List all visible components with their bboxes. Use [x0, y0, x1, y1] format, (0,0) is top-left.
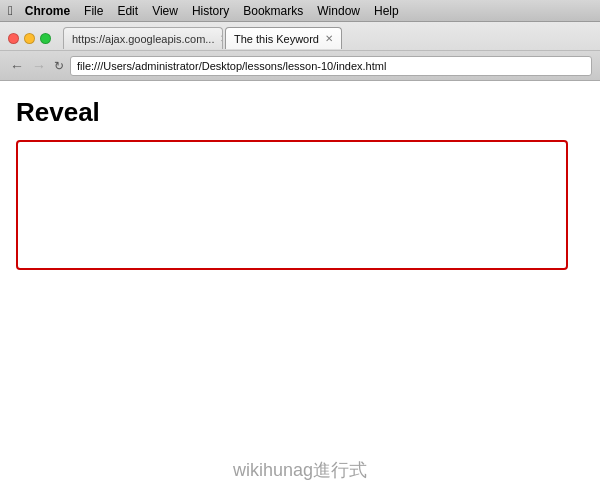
apple-logo-icon:  — [8, 3, 13, 18]
forward-button[interactable]: → — [30, 57, 48, 75]
menu-window[interactable]: Window — [311, 4, 366, 18]
resize-handle-icon[interactable] — [561, 263, 569, 271]
menu-history[interactable]: History — [186, 4, 235, 18]
page-title: Reveal — [16, 97, 584, 128]
minimize-button[interactable] — [24, 33, 35, 44]
tab-1[interactable]: https://ajax.googleapis.com... ✕ — [63, 27, 223, 49]
tabs-container: https://ajax.googleapis.com... ✕ The thi… — [63, 27, 592, 49]
close-button[interactable] — [8, 33, 19, 44]
tab-2[interactable]: The this Keyword ✕ — [225, 27, 342, 49]
page-content: Reveal — [0, 81, 600, 286]
reveal-box — [16, 140, 568, 270]
traffic-lights — [8, 33, 51, 44]
menu-bookmarks[interactable]: Bookmarks — [237, 4, 309, 18]
address-bar-row: ← → ↻ — [0, 50, 600, 80]
address-input[interactable] — [70, 56, 592, 76]
tab-1-close-icon[interactable]: ✕ — [220, 33, 223, 44]
watermark: wikihunag進行式 — [0, 458, 600, 482]
tab-bar: https://ajax.googleapis.com... ✕ The thi… — [0, 22, 600, 50]
menu-file[interactable]: File — [78, 4, 109, 18]
reload-button[interactable]: ↻ — [54, 59, 64, 73]
maximize-button[interactable] — [40, 33, 51, 44]
menu-chrome[interactable]: Chrome — [19, 4, 76, 18]
chrome-frame: https://ajax.googleapis.com... ✕ The thi… — [0, 22, 600, 81]
menu-help[interactable]: Help — [368, 4, 405, 18]
tab-2-label: The this Keyword — [234, 33, 319, 45]
menu-view[interactable]: View — [146, 4, 184, 18]
back-button[interactable]: ← — [8, 57, 26, 75]
menu-edit[interactable]: Edit — [111, 4, 144, 18]
menu-bar:  Chrome File Edit View History Bookmark… — [0, 0, 600, 22]
tab-2-close-icon[interactable]: ✕ — [325, 33, 333, 44]
tab-1-label: https://ajax.googleapis.com... — [72, 33, 214, 45]
